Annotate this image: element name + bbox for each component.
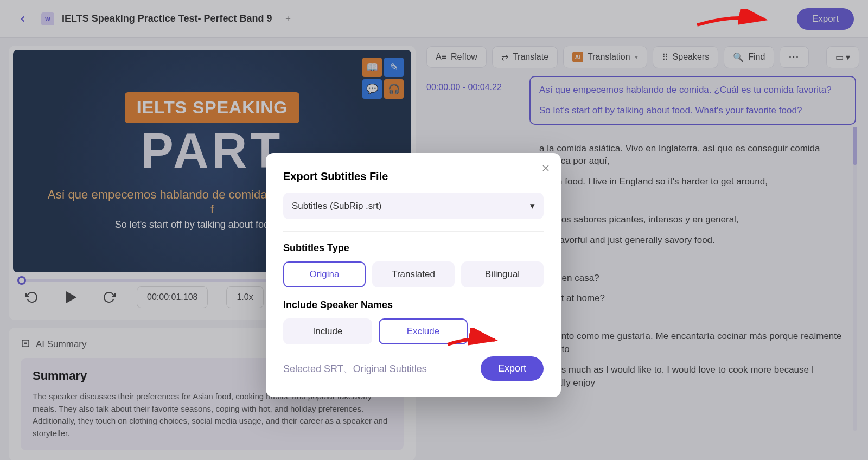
translation-dropdown[interactable]: AITranslation▾: [563, 46, 647, 68]
speakers-button[interactable]: ⠿Speakers: [653, 46, 719, 68]
speaker-names-option-include[interactable]: Include: [283, 318, 372, 344]
scrollbar-thumb[interactable]: [853, 127, 857, 165]
transcript-text-box[interactable]: a la comida asiática. Vivo en Inglaterra…: [529, 135, 856, 196]
transcript-original: Not as much as I would like to. I would …: [539, 363, 846, 389]
page-title: IELTS Speaking Practice Test- Perfect Ba…: [62, 13, 272, 24]
transcript-translated: ucho en casa?: [539, 272, 846, 285]
video-corner-badges: 📖 ✎ 💬 🎧: [362, 58, 404, 99]
chat-icon: 💬: [362, 79, 382, 99]
scrubber-thumb[interactable]: [17, 276, 26, 285]
headphones-icon: 🎧: [384, 79, 404, 99]
video-part-text: PART: [141, 126, 283, 175]
add-tab-button[interactable]: ＋: [282, 12, 295, 25]
transcript-text-box[interactable]: No tanto como me gustaría. Me encantaría…: [529, 322, 856, 397]
export-selection-summary: Selected SRT、Original Subtitles: [283, 362, 427, 375]
play-button[interactable]: [60, 286, 81, 308]
book-icon: 📖: [362, 58, 382, 77]
subtitle-type-option-origina[interactable]: Origina: [283, 261, 366, 288]
video-title-badge: IELTS SPEAKING: [125, 92, 299, 123]
summary-icon: [21, 338, 30, 350]
summary-heading: AI Summary: [36, 339, 87, 350]
playback-speed[interactable]: 1.0x: [226, 286, 263, 308]
speaker-names-label: Include Speaker Names: [283, 299, 544, 311]
modal-title: Export Subtitles File: [283, 170, 544, 183]
header-bar: w IELTS Speaking Practice Test- Perfect …: [0, 0, 868, 38]
translate-button[interactable]: ⇄Translate: [492, 46, 558, 68]
reflow-button[interactable]: A≡Reflow: [426, 46, 487, 68]
svg-marker-0: [66, 291, 77, 304]
transcript-original: icy, flavorful and just generally savory…: [539, 234, 846, 247]
pencil-icon: ✎: [384, 58, 404, 77]
transcript-original: Asian food. I live in England so it's ha…: [539, 175, 846, 188]
transcript-translated: No tanto como me gustaría. Me encantaría…: [539, 330, 846, 356]
transcript-original: So let's start off by talking about food…: [539, 104, 846, 117]
speaker-names-option-exclude[interactable]: Exclude: [379, 318, 468, 344]
modal-export-button[interactable]: Export: [481, 356, 544, 381]
view-toggle[interactable]: ▭ ▾: [826, 46, 859, 68]
transcript-text-box[interactable]: stan los sabores picantes, intensos y en…: [529, 206, 856, 254]
transcript-translated: Así que empecemos hablando de comida. ¿C…: [539, 84, 846, 97]
back-button[interactable]: [14, 10, 31, 28]
transcript-text-box[interactable]: Así que empecemos hablando de comida. ¿C…: [529, 76, 856, 125]
doc-icon: w: [41, 12, 54, 25]
more-button[interactable]: ···: [780, 46, 808, 68]
find-button[interactable]: 🔍Find: [724, 46, 774, 68]
scrollbar-track: [853, 127, 857, 431]
export-button-top[interactable]: Export: [797, 8, 854, 30]
transcript-original: k a lot at home?: [539, 292, 846, 305]
timecode-display[interactable]: 00:00:01.108: [137, 286, 208, 308]
summary-body: The speaker discusses their preferences …: [33, 391, 392, 439]
forward-button[interactable]: [100, 288, 118, 306]
transcript-translated: stan los sabores picantes, intensos y en…: [539, 213, 846, 226]
transcript-timestamp: 00:00.00 - 00:04.22: [426, 76, 520, 125]
chevron-down-icon: ▾: [530, 200, 535, 212]
rewind-button[interactable]: [23, 288, 41, 306]
subtitle-type-label: Subtitles Type: [283, 242, 544, 254]
transcript-text-box[interactable]: ucho en casa?k a lot at home?: [529, 264, 856, 313]
subtitle-type-option-translated[interactable]: Translated: [372, 261, 455, 288]
export-modal: Export Subtitles File Subtitles (SubRip …: [266, 153, 561, 397]
transcript-toolbar: A≡Reflow ⇄Translate AITranslation▾ ⠿Spea…: [426, 46, 859, 68]
modal-close-button[interactable]: [540, 163, 551, 176]
subtitle-type-option-bilingual[interactable]: Bilingual: [461, 261, 544, 288]
subtitle-format-select[interactable]: Subtitles (SubRip .srt) ▾: [283, 193, 544, 219]
transcript-row[interactable]: 00:00.00 - 00:04.22Así que empecemos hab…: [426, 76, 856, 125]
transcript-translated: a la comida asiática. Vivo en Inglaterra…: [539, 142, 846, 168]
